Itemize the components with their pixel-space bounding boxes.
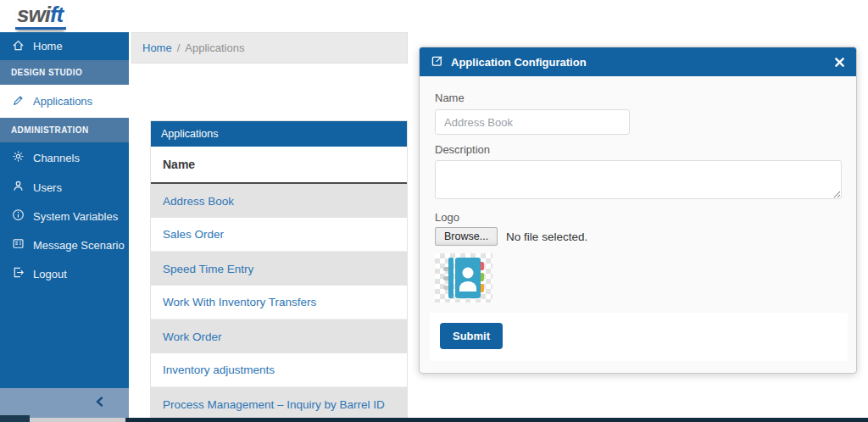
- sidebar-item-label: Users: [33, 181, 62, 194]
- logo-preview-image: [435, 253, 492, 303]
- user-icon: [12, 180, 25, 195]
- description-textarea[interactable]: [435, 160, 842, 199]
- bottom-edge-light: [30, 418, 125, 422]
- list-item-speed-time-entry[interactable]: Speed Time Entry: [151, 252, 407, 286]
- sidebar: Home DESIGN STUDIO Applications ADMINIST…: [0, 32, 129, 418]
- edit-icon: [431, 54, 444, 70]
- sidebar-item-home[interactable]: Home: [0, 32, 129, 60]
- sidebar-section-design-studio: DESIGN STUDIO: [0, 60, 129, 85]
- list-item-sales-order[interactable]: Sales Order: [151, 218, 407, 252]
- modal-body: Name Description Logo Browse... No file …: [420, 76, 856, 361]
- sidebar-section-label: DESIGN STUDIO: [11, 68, 82, 77]
- sidebar-item-label: Home: [33, 40, 63, 53]
- applications-panel-title: Applications: [151, 121, 407, 147]
- breadcrumb-current: Applications: [185, 42, 244, 54]
- message-scenario-icon: [12, 237, 25, 253]
- sidebar-section-label: ADMINISTRATION: [11, 125, 89, 135]
- sidebar-item-message-scenario[interactable]: Message Scenario: [0, 230, 129, 259]
- sidebar-section-administration: ADMINISTRATION: [0, 118, 129, 142]
- logo-text-gray: swi: [17, 2, 50, 27]
- list-item-address-book[interactable]: Address Book: [151, 184, 407, 218]
- sidebar-item-logout[interactable]: Logout: [0, 259, 129, 288]
- list-item-inventory-adjustments[interactable]: Inventory adjustments: [151, 353, 407, 387]
- modal-footer: Submit: [430, 313, 848, 361]
- pencil-icon: [12, 94, 25, 109]
- breadcrumb-home-link[interactable]: Home: [142, 42, 172, 54]
- sidebar-item-system-variables[interactable]: System Variables: [0, 202, 129, 230]
- sidebar-item-applications[interactable]: Applications: [0, 85, 129, 118]
- close-icon[interactable]: [835, 58, 844, 67]
- modal-header: Application Configuration: [420, 47, 856, 76]
- list-item-inventory-transfers[interactable]: Work With Inventory Transfers: [151, 286, 407, 319]
- list-item-work-order[interactable]: Work Order: [151, 319, 407, 353]
- bottom-edge-dark-left: [0, 415, 30, 422]
- address-book-icon: [435, 253, 492, 303]
- list-item-process-management[interactable]: Process Management – Inquiry by Barrel I…: [151, 387, 407, 421]
- logo-label: Logo: [435, 211, 841, 224]
- name-label: Name: [435, 92, 841, 104]
- home-icon: [12, 39, 25, 54]
- sidebar-item-label: Logout: [33, 268, 67, 280]
- description-label: Description: [435, 143, 841, 156]
- sidebar-item-label: Channels: [33, 152, 80, 164]
- swift-logo: swift: [15, 3, 66, 30]
- column-header-name: Name: [151, 147, 407, 184]
- application-configuration-modal: Application Configuration Name Descripti…: [419, 47, 857, 374]
- top-header: swift: [0, 0, 868, 32]
- submit-button[interactable]: Submit: [440, 323, 503, 349]
- sidebar-item-channels[interactable]: Channels: [0, 142, 129, 173]
- modal-title: Application Configuration: [451, 56, 835, 69]
- breadcrumb: Home / Applications: [131, 32, 408, 64]
- sidebar-collapse-toggle[interactable]: [0, 388, 129, 418]
- breadcrumb-separator: /: [177, 42, 181, 54]
- bottom-edge-dark-bar: [125, 418, 868, 422]
- logout-icon: [12, 266, 25, 281]
- chevron-left-icon: [94, 396, 105, 411]
- sidebar-item-label: System Variables: [33, 210, 118, 223]
- gear-icon: [12, 150, 25, 165]
- logo-file-row: Browse... No file selected.: [435, 227, 841, 246]
- sidebar-item-users[interactable]: Users: [0, 173, 129, 202]
- name-input[interactable]: [435, 109, 630, 135]
- sidebar-item-label: Applications: [33, 95, 92, 108]
- file-status-text: No file selected.: [506, 230, 587, 243]
- info-icon: [12, 208, 25, 224]
- applications-panel: Applications Name Address Book Sales Ord…: [150, 120, 408, 422]
- app-screen: swift Home DESIGN STUDIO Applications AD…: [0, 0, 868, 422]
- sidebar-item-label: Message Scenario: [33, 239, 125, 252]
- logo-text-blue: ft: [50, 2, 63, 27]
- browse-button[interactable]: Browse...: [435, 227, 498, 246]
